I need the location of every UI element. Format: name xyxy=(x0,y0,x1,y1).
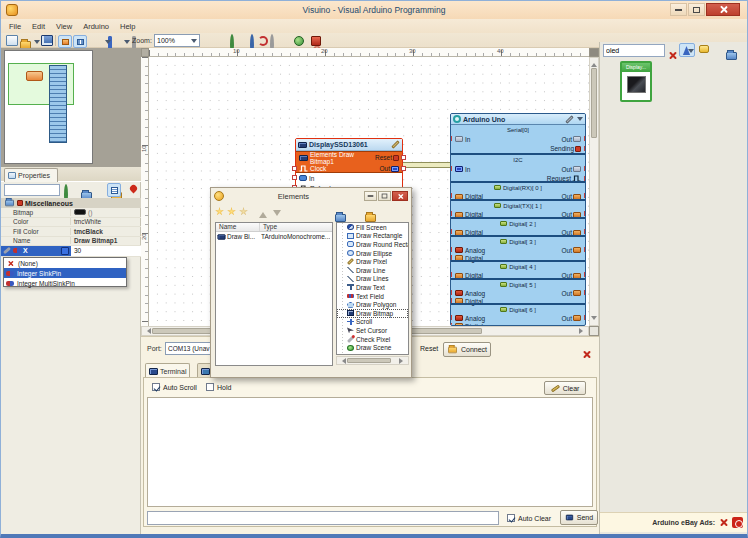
canvas-vertical-scrollbar[interactable] xyxy=(589,57,599,326)
display-component-header[interactable]: DisplaySSD13061 xyxy=(296,139,402,151)
dialog-maximize-button[interactable] xyxy=(378,191,391,201)
new-project-icon[interactable] xyxy=(6,35,18,46)
menu-file[interactable]: File xyxy=(9,22,21,31)
digital-in-pin[interactable] xyxy=(450,298,452,303)
close-ads-icon[interactable] xyxy=(719,518,728,527)
scroll-up-arrow[interactable] xyxy=(591,60,597,67)
in-pin[interactable] xyxy=(292,175,297,180)
arduino-component[interactable]: Arduino Uno Serial[0] In Out Sen xyxy=(450,113,586,326)
scroll-right-arrow[interactable] xyxy=(579,328,586,334)
menu-edit[interactable]: Edit xyxy=(32,22,45,31)
open-dropdown-arrow[interactable] xyxy=(34,40,40,44)
element-type-item[interactable]: Draw Polygon xyxy=(337,300,408,309)
dropdown-option-integer-multisinkpin[interactable]: Integer MultiSinkPin xyxy=(4,278,126,288)
scroll-down-arrow[interactable] xyxy=(591,316,597,323)
digital-in-pin[interactable] xyxy=(450,272,452,277)
digital-out-pin[interactable] xyxy=(584,229,586,234)
scroll-left-arrow[interactable] xyxy=(144,328,151,334)
tab-terminal[interactable]: Terminal xyxy=(145,363,190,378)
element-type-item[interactable]: Text Field xyxy=(337,292,408,301)
i2c-out-pin[interactable] xyxy=(584,166,586,171)
digital-out-pin[interactable] xyxy=(584,211,586,216)
property-group-miscellaneous[interactable]: Miscellaneous xyxy=(1,198,141,208)
request-pin[interactable] xyxy=(584,176,586,181)
delete-element-icon[interactable] xyxy=(239,207,248,216)
element-type-item[interactable]: Draw Text xyxy=(337,283,408,292)
analog-in-pin[interactable] xyxy=(450,315,452,320)
move-up-icon[interactable] xyxy=(259,208,267,218)
toggle-panel-button[interactable] xyxy=(58,35,72,48)
compile-icon[interactable] xyxy=(294,36,304,46)
scroll-thumb[interactable] xyxy=(591,68,597,138)
element-type-item[interactable]: Set Cursor xyxy=(337,326,408,335)
digital-out-pin[interactable] xyxy=(584,193,586,198)
serial-out-pin[interactable] xyxy=(584,136,586,141)
maximize-button[interactable] xyxy=(688,3,705,16)
edit-pencil-icon[interactable] xyxy=(391,140,399,148)
property-row-color[interactable]: Color tmcWhite xyxy=(1,218,141,228)
header-dropdown-arrow[interactable] xyxy=(577,117,583,121)
analog-in-pin[interactable] xyxy=(450,290,452,295)
element-type-item[interactable]: Draw Round Rectang xyxy=(337,240,408,249)
element-list-scrollbar[interactable] xyxy=(336,356,409,365)
add-element-icon[interactable] xyxy=(215,207,224,216)
element-type-item[interactable]: Draw Scene xyxy=(337,343,408,352)
element-types-list[interactable]: Fill Screen Draw Rectangle Draw Round Re… xyxy=(336,222,409,355)
scroll-thumb[interactable] xyxy=(347,358,391,363)
elements-list[interactable]: Name Type Draw Bi... TArduinoMonochrome.… xyxy=(215,222,333,366)
close-connection-icon[interactable] xyxy=(582,350,591,359)
element-type-item[interactable]: Fill Screen xyxy=(337,223,408,232)
auto-clear-checkbox[interactable]: Auto Clear xyxy=(507,514,551,522)
minimap[interactable] xyxy=(4,50,93,164)
filter-wizard-button[interactable] xyxy=(679,43,695,57)
category-expand-icon[interactable] xyxy=(726,52,737,60)
display-component[interactable]: DisplaySSD13061 Elements Draw Bitmap1 Re… xyxy=(295,138,403,192)
toggle-grid-button[interactable] xyxy=(73,35,87,48)
pin-dropdown-button[interactable] xyxy=(61,247,69,255)
save-icon[interactable] xyxy=(41,35,53,46)
hold-checkbox[interactable]: Hold xyxy=(206,383,231,391)
serial-in-pin[interactable] xyxy=(450,136,452,141)
dropdown-option-none[interactable]: (None) xyxy=(4,258,126,268)
dialog-close-button[interactable] xyxy=(392,191,408,201)
element-type-item-selected[interactable]: Draw Bitmap xyxy=(337,309,408,318)
redo-dropdown-arrow[interactable] xyxy=(124,40,130,44)
display-row-in[interactable]: In xyxy=(296,173,402,183)
scroll-right-arrow[interactable] xyxy=(399,358,406,364)
digital-out-pin[interactable] xyxy=(584,315,586,320)
send-button[interactable]: Send xyxy=(560,510,598,525)
digital-out-pin[interactable] xyxy=(584,272,586,277)
move-down-icon[interactable] xyxy=(273,210,281,220)
zoom-combobox[interactable]: 100% xyxy=(154,34,200,47)
column-name[interactable]: Name xyxy=(216,223,260,231)
tools-wrench-icon[interactable] xyxy=(565,115,573,123)
digital-out-pin[interactable] xyxy=(584,290,586,295)
toolbox-component-display[interactable]: Display... xyxy=(620,61,652,102)
close-button[interactable] xyxy=(706,3,740,16)
element-type-item[interactable]: Draw Line xyxy=(337,266,408,275)
element-type-item[interactable]: Draw Rectangle xyxy=(337,232,408,241)
element-row-draw-bitmap[interactable]: Draw Bi... TArduinoMonochrome... xyxy=(216,232,332,241)
dialog-titlebar[interactable]: Elements xyxy=(211,188,411,204)
clear-search-icon[interactable] xyxy=(668,51,677,60)
port-combobox[interactable]: COM13 (Unav xyxy=(165,342,211,355)
sending-pin[interactable] xyxy=(584,146,586,151)
tab-properties[interactable]: Properties xyxy=(4,168,58,182)
send-input[interactable] xyxy=(147,511,499,525)
feedback-icon[interactable] xyxy=(699,45,709,53)
property-row-fill-color[interactable]: Fill Color tmcBlack xyxy=(1,227,141,237)
upload-icon[interactable] xyxy=(311,36,321,46)
digital-in-pin[interactable] xyxy=(450,255,452,260)
digital-out-pin[interactable] xyxy=(584,247,586,252)
component-search-input[interactable] xyxy=(603,44,665,57)
expand-all-icon[interactable] xyxy=(335,214,346,222)
clock-pin[interactable] xyxy=(292,166,297,171)
element-type-item[interactable]: Scroll xyxy=(337,318,408,327)
out-pin[interactable] xyxy=(401,166,406,171)
auto-scroll-checkbox[interactable]: Auto Scroll xyxy=(152,383,197,391)
minimize-button[interactable] xyxy=(670,3,687,16)
column-type[interactable]: Type xyxy=(260,223,277,231)
digital-in-pin[interactable] xyxy=(450,193,452,198)
menu-help[interactable]: Help xyxy=(120,22,135,31)
digital-in-pin[interactable] xyxy=(450,211,452,216)
